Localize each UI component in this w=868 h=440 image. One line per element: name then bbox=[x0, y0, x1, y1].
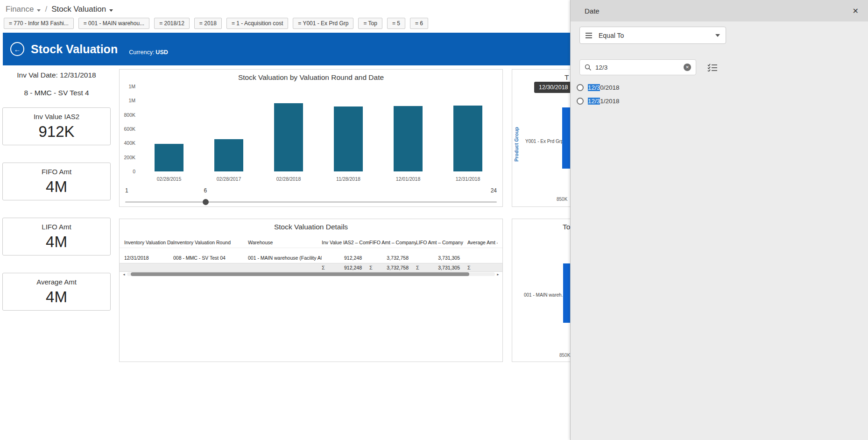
breadcrumb-separator: / bbox=[45, 5, 47, 14]
scrollbar-track[interactable] bbox=[127, 272, 495, 276]
valuation-round-label: 8 - MMC - SV Test 4 bbox=[2, 89, 111, 97]
kpi-card: LIFO Amt4M bbox=[2, 218, 111, 255]
kpi-value: 4M bbox=[46, 233, 67, 251]
filter-chip[interactable]: = 2018/12 bbox=[154, 18, 190, 29]
column-header: Average Amt – C... bbox=[467, 240, 498, 245]
operator-dropdown[interactable]: Equal To bbox=[579, 27, 726, 44]
slider-track[interactable] bbox=[125, 201, 497, 203]
search-icon bbox=[585, 64, 592, 71]
y-axis-tick: 200K bbox=[120, 155, 135, 160]
y-axis-tick: 400K bbox=[120, 140, 135, 146]
bar[interactable] bbox=[563, 263, 571, 323]
x-axis-tick: 850K bbox=[559, 353, 570, 358]
slider-handle[interactable] bbox=[203, 199, 209, 205]
table-cell: 12/31/2018 bbox=[124, 255, 173, 261]
table-header-row: Inventory Valuation DateInventory Valuat… bbox=[120, 237, 502, 248]
table-row[interactable]: 12/31/2018008 - MMC - SV Test 04001 - MA… bbox=[120, 254, 502, 262]
filter-chip[interactable]: = Top bbox=[358, 18, 382, 29]
sigma-icon: Σ bbox=[322, 265, 325, 270]
table-cell: 008 - MMC - SV Test 04 bbox=[173, 255, 248, 261]
table-cell: 3,731,305 bbox=[416, 255, 467, 261]
bar-chart-plot: 1M1M800K600K400K200K002/28/201502/28/201… bbox=[120, 86, 502, 187]
radio-button[interactable] bbox=[577, 84, 584, 91]
tooltip: 12/30/2018 bbox=[534, 82, 573, 93]
kpi-label: Average Amt bbox=[36, 278, 77, 286]
column-header: Inventory Valuation Date bbox=[124, 240, 173, 245]
search-box[interactable]: ✕ bbox=[579, 59, 696, 75]
filter-chip-row: = 770 - Infor M3 Fashi...= 001 - MAIN wa… bbox=[4, 18, 428, 29]
chart-title: T bbox=[565, 73, 569, 82]
x-axis-tick: 11/28/2018 bbox=[318, 176, 378, 182]
checklist-icon[interactable] bbox=[707, 63, 718, 71]
chart-title: Stock Valuation by Valuation Round and D… bbox=[120, 73, 502, 82]
range-slider: 1624 bbox=[120, 187, 502, 207]
table-cell: 912,248 bbox=[322, 255, 369, 261]
filter-chip[interactable]: = Y001 - Ex Prd Grp bbox=[293, 18, 353, 29]
currency-value: USD bbox=[155, 49, 168, 56]
filter-chip[interactable]: = 001 - MAIN warehou... bbox=[78, 18, 149, 29]
scroll-left-icon[interactable]: ◄ bbox=[122, 273, 126, 276]
column-header: FIFO Amt – Company bbox=[369, 240, 416, 245]
date-option[interactable]: 12/30/2018 bbox=[577, 81, 620, 94]
table-title: Stock Valuation Details bbox=[120, 223, 502, 231]
category-label: Y001 - Ex Prd Grp bbox=[525, 139, 564, 144]
total-cell: Σ3,732,758 bbox=[369, 265, 416, 270]
column-header: Inv Value IAS2 – Company bbox=[322, 240, 369, 245]
total-cell: Σ bbox=[467, 265, 498, 270]
filter-panel-title: Date bbox=[585, 7, 851, 15]
x-axis-tick: 12/01/2018 bbox=[378, 176, 438, 182]
horizontal-scrollbar: ◄ ► bbox=[122, 271, 500, 277]
match-highlight: 12/3 bbox=[588, 84, 600, 91]
date-option-list: 12/30/201812/31/2018 bbox=[577, 81, 620, 108]
y-axis-tick: 800K bbox=[120, 112, 135, 118]
details-table: Inventory Valuation DateInventory Valuat… bbox=[120, 237, 502, 272]
bar[interactable] bbox=[214, 139, 243, 171]
kpi-sidebar: Inv Val Date: 12/31/2018 8 - MMC - SV Te… bbox=[2, 71, 111, 328]
y-axis-tick: 1M bbox=[120, 84, 135, 89]
filter-chip[interactable]: = 1 - Acquisition cost bbox=[226, 18, 288, 29]
filter-chip[interactable]: = 770 - Infor M3 Fashi... bbox=[4, 18, 74, 29]
total-value: 912,248 bbox=[344, 265, 362, 270]
filter-chip[interactable]: = 2018 bbox=[194, 18, 222, 29]
bar[interactable] bbox=[453, 106, 482, 171]
valuation-bar-chart-card: Stock Valuation by Valuation Round and D… bbox=[119, 69, 503, 207]
back-arrow-icon: ← bbox=[14, 45, 21, 53]
filter-chip[interactable]: = 6 bbox=[410, 18, 428, 29]
bar[interactable] bbox=[334, 106, 363, 171]
option-rest: 1/2018 bbox=[600, 98, 619, 105]
clear-search-icon[interactable]: ✕ bbox=[684, 64, 691, 71]
page-title: Stock Valuation bbox=[31, 43, 118, 56]
table-totals-row: Σ912,248Σ3,732,758Σ3,731,305Σ bbox=[120, 263, 502, 272]
table-cell: 3,732,758 bbox=[369, 255, 416, 261]
scrollbar-thumb[interactable] bbox=[131, 272, 469, 276]
bar[interactable] bbox=[394, 106, 423, 171]
bar[interactable] bbox=[562, 107, 571, 169]
page-banner: ← Stock Valuation Currency:USD bbox=[3, 33, 570, 65]
kpi-label: LIFO Amt bbox=[42, 223, 71, 231]
option-rest: 0/2018 bbox=[600, 84, 619, 91]
radio-button[interactable] bbox=[577, 98, 584, 105]
details-table-card: Stock Valuation Details Inventory Valuat… bbox=[119, 219, 503, 362]
bar[interactable] bbox=[274, 103, 303, 171]
chevron-down-icon bbox=[109, 9, 113, 12]
scroll-right-icon[interactable]: ► bbox=[496, 273, 500, 276]
total-value: 3,731,305 bbox=[438, 265, 460, 270]
kpi-value: 4M bbox=[46, 288, 67, 306]
x-axis-tick: 02/28/2018 bbox=[259, 176, 318, 182]
filter-panel: Date ✕ Equal To ✕ 12/30/201812/31/2018 bbox=[570, 0, 868, 440]
kpi-card: FIFO Amt4M bbox=[2, 163, 111, 200]
close-icon[interactable]: ✕ bbox=[851, 6, 861, 16]
back-button[interactable]: ← bbox=[10, 42, 24, 56]
y-axis-tick: 1M bbox=[120, 98, 135, 103]
date-option[interactable]: 12/31/2018 bbox=[577, 94, 620, 108]
option-label: 12/31/2018 bbox=[588, 98, 620, 105]
currency-indicator: Currency:USD bbox=[129, 49, 168, 56]
search-input[interactable] bbox=[595, 64, 684, 71]
bar[interactable] bbox=[155, 144, 183, 171]
breadcrumb-page[interactable]: Stock Valuation bbox=[51, 5, 113, 14]
chevron-down-icon bbox=[37, 9, 41, 12]
breadcrumb-section[interactable]: Finance bbox=[6, 5, 41, 14]
x-axis-tick: 12/31/2018 bbox=[438, 176, 498, 182]
filter-chip[interactable]: = 5 bbox=[387, 18, 405, 29]
total-cell: Σ3,731,305 bbox=[416, 265, 467, 270]
